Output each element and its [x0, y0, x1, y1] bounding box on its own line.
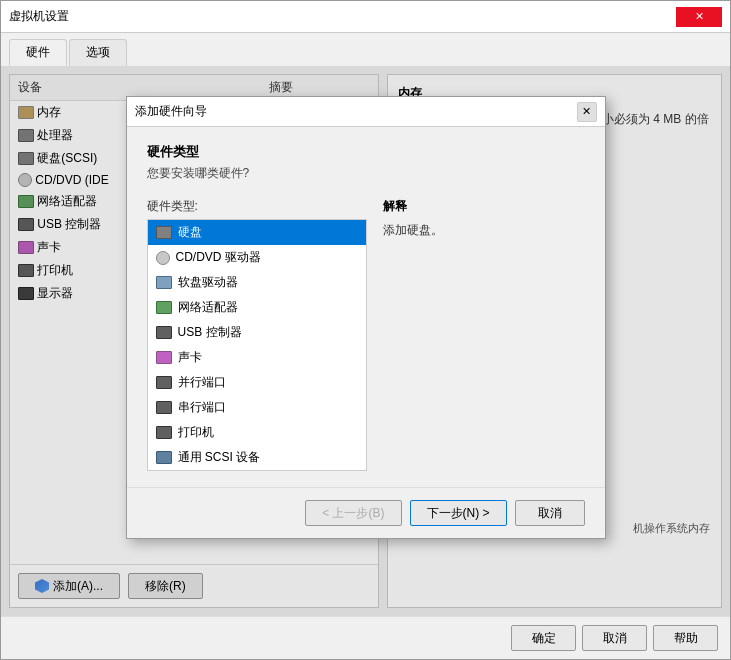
hw-item-usb[interactable]: USB 控制器	[148, 320, 366, 345]
prev-button[interactable]: < 上一步(B)	[305, 500, 401, 526]
hardware-list-label: 硬件类型:	[147, 198, 367, 215]
explain-panel: 解释 添加硬盘。	[383, 198, 585, 471]
hw-item-parallel[interactable]: 并行端口	[148, 370, 366, 395]
hw-item-cdrom[interactable]: CD/DVD 驱动器	[148, 245, 366, 270]
modal-close-button[interactable]: ✕	[577, 102, 597, 122]
modal-title-bar: 添加硬件向导 ✕	[127, 97, 605, 127]
scsi-list-icon	[156, 451, 172, 464]
net-list-icon	[156, 301, 172, 314]
hw-item-net[interactable]: 网络适配器	[148, 295, 366, 320]
explain-title: 解释	[383, 198, 585, 215]
parallel-list-icon	[156, 376, 172, 389]
modal-heading: 硬件类型	[147, 143, 585, 161]
usb-list-icon	[156, 326, 172, 339]
add-hardware-wizard: 添加硬件向导 ✕ 硬件类型 您要安装哪类硬件? 硬件类型:	[126, 96, 606, 539]
hw-item-floppy[interactable]: 软盘驱动器	[148, 270, 366, 295]
modal-overlay: 添加硬件向导 ✕ 硬件类型 您要安装哪类硬件? 硬件类型:	[1, 66, 730, 616]
sound-list-icon	[156, 351, 172, 364]
cancel-button[interactable]: 取消	[582, 625, 647, 651]
main-window: 虚拟机设置 ✕ 硬件 选项 设备 摘要 内存 1 GB	[0, 0, 731, 660]
tab-options[interactable]: 选项	[69, 39, 127, 66]
bottom-bar: 确定 取消 帮助	[1, 616, 730, 659]
hw-item-sound[interactable]: 声卡	[148, 345, 366, 370]
title-bar-controls: ✕	[676, 7, 722, 27]
serial-list-icon	[156, 401, 172, 414]
help-button[interactable]: 帮助	[653, 625, 718, 651]
modal-content-row: 硬件类型: 硬盘 CD/DVD 驱动器	[147, 198, 585, 471]
hdd-list-icon	[156, 226, 172, 239]
hardware-list-panel: 硬盘 CD/DVD 驱动器 软盘驱动器	[147, 219, 367, 471]
hw-item-hdd[interactable]: 硬盘	[148, 220, 366, 245]
hw-item-scsi[interactable]: 通用 SCSI 设备	[148, 445, 366, 470]
tab-hardware[interactable]: 硬件	[9, 39, 67, 66]
bottom-right-buttons: 确定 取消 帮助	[511, 625, 718, 651]
explain-text: 添加硬盘。	[383, 221, 585, 240]
window-title: 虚拟机设置	[9, 8, 69, 25]
modal-body: 硬件类型 您要安装哪类硬件? 硬件类型: 硬盘	[127, 127, 605, 487]
modal-footer: < 上一步(B) 下一步(N) > 取消	[127, 487, 605, 538]
modal-subheading: 您要安装哪类硬件?	[147, 165, 585, 182]
modal-cancel-button[interactable]: 取消	[515, 500, 585, 526]
next-button[interactable]: 下一步(N) >	[410, 500, 507, 526]
title-bar: 虚拟机设置 ✕	[1, 1, 730, 33]
window-close-button[interactable]: ✕	[676, 7, 722, 27]
main-content: 设备 摘要 内存 1 GB 处理器 2 硬盘(SCSI)	[1, 66, 730, 616]
tab-bar: 硬件 选项	[1, 33, 730, 66]
floppy-list-icon	[156, 276, 172, 289]
hardware-list-container: 硬件类型: 硬盘 CD/DVD 驱动器	[147, 198, 367, 471]
hw-item-printer[interactable]: 打印机	[148, 420, 366, 445]
hw-item-serial[interactable]: 串行端口	[148, 395, 366, 420]
confirm-button[interactable]: 确定	[511, 625, 576, 651]
cdrom-list-icon	[156, 251, 170, 265]
modal-title: 添加硬件向导	[135, 103, 207, 120]
printer-list-icon	[156, 426, 172, 439]
